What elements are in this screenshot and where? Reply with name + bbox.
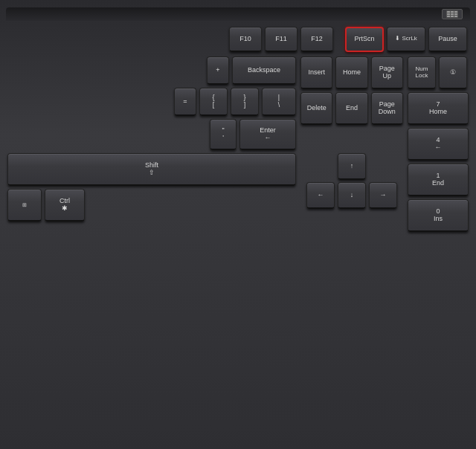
svg-rect-9: [454, 16, 457, 17]
row-ctrl: ⊞ Ctrl✱: [7, 189, 296, 222]
key-f10[interactable]: F10: [229, 27, 262, 52]
key-bracket-open[interactable]: {[: [199, 88, 228, 116]
svg-rect-3: [454, 11, 457, 13]
key-num0[interactable]: 0Ins: [408, 199, 469, 232]
top-strip: [6, 7, 470, 21]
svg-rect-2: [451, 11, 454, 13]
left-main: + Backspace = {[ }] |\: [7, 56, 296, 232]
numpad-row1: NumLock ①: [408, 56, 469, 89]
key-backspace[interactable]: Backspace: [232, 56, 296, 85]
key-bracket-close[interactable]: }]: [231, 88, 259, 116]
key-numdiv[interactable]: ①: [439, 56, 467, 89]
key-ctrl[interactable]: Ctrl✱: [45, 189, 85, 222]
key-backslash[interactable]: |\: [262, 88, 296, 116]
arrow-bottom-row: ← ↓ →: [300, 182, 403, 209]
key-arrow-up[interactable]: ↑: [338, 153, 366, 180]
nav-top-row: Insert Home PageUp: [300, 56, 403, 89]
key-quote[interactable]: "': [210, 119, 237, 150]
key-num7[interactable]: 7Home: [408, 92, 469, 125]
row-backspace: + Backspace: [7, 56, 296, 85]
function-row: F10 F11 F12 PrtScn ⬇ ScrLk Pause: [6, 27, 470, 52]
keyboard: F10 F11 F12 PrtScn ⬇ ScrLk Pause +: [0, 0, 476, 449]
row-enter: "' Enter←: [7, 119, 296, 150]
key-enter[interactable]: Enter←: [239, 119, 296, 150]
svg-rect-7: [447, 16, 450, 17]
key-shift[interactable]: Shift⇧: [7, 153, 296, 186]
svg-rect-6: [454, 13, 457, 15]
svg-rect-8: [451, 16, 454, 17]
key-prtscn[interactable]: PrtScn: [345, 27, 384, 52]
main-section: + Backspace = {[ }] |\: [6, 56, 470, 232]
key-pause[interactable]: Pause: [428, 27, 467, 52]
key-pageup[interactable]: PageUp: [371, 56, 403, 89]
nav-bottom-row: Delete End PageDown: [300, 92, 403, 125]
row-brackets: = {[ }] |\: [7, 88, 296, 116]
numpad-row4: 1End: [408, 164, 469, 196]
key-f11[interactable]: F11: [265, 27, 298, 52]
key-insert[interactable]: Insert: [300, 56, 332, 89]
key-equals[interactable]: =: [174, 88, 196, 116]
row-shift: Shift⇧: [7, 153, 296, 186]
key-fn-icon[interactable]: ⊞: [7, 189, 42, 222]
key-pagedown[interactable]: PageDown: [371, 92, 403, 125]
numpad-row2: 7Home: [408, 92, 469, 125]
key-numlock[interactable]: NumLock: [408, 56, 436, 89]
key-scrlk[interactable]: ⬇ ScrLk: [387, 27, 425, 52]
numpad-row3: 4←: [408, 128, 469, 161]
key-arrow-right[interactable]: →: [369, 182, 397, 209]
key-end[interactable]: End: [335, 92, 367, 125]
key-delete[interactable]: Delete: [300, 92, 332, 125]
right-numpad: NumLock ① 7Home 4← 1En: [408, 56, 469, 232]
key-plus[interactable]: +: [207, 56, 229, 85]
numpad-row5: 0Ins: [408, 199, 469, 232]
key-arrow-left[interactable]: ←: [306, 182, 335, 209]
svg-rect-1: [447, 11, 450, 13]
key-num1[interactable]: 1End: [408, 164, 469, 196]
key-num4[interactable]: 4←: [408, 128, 469, 161]
svg-rect-4: [447, 13, 450, 15]
key-home[interactable]: Home: [335, 56, 367, 89]
svg-rect-5: [451, 13, 454, 15]
key-f12[interactable]: F12: [300, 27, 333, 52]
arrow-cluster: ↑ ← ↓ →: [300, 153, 403, 209]
key-arrow-down[interactable]: ↓: [338, 182, 366, 209]
calculator-icon: [442, 9, 463, 19]
arrow-top-row: ↑: [300, 153, 403, 180]
middle-cluster: Insert Home PageUp Delete End PageDown: [300, 56, 403, 232]
